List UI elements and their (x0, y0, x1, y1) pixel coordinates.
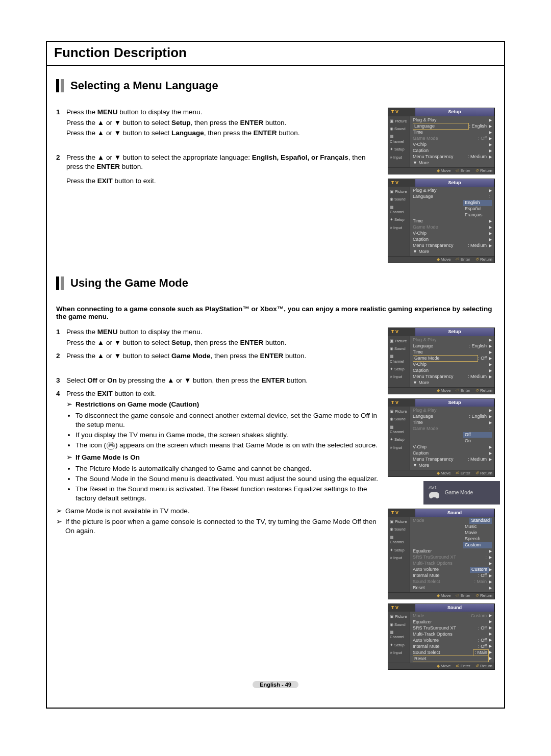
section-heading-1: Selecting a Menu Language (56, 79, 495, 92)
osd-sound-2: T VSound ▣ Picture◉ Sound▦ Channel✦ Setu… (388, 603, 495, 670)
section-1-text: 1 Press the MENU button to display the m… (56, 108, 379, 263)
pointer-icon: ➢ (66, 453, 76, 462)
list-item: To disconnect the game console and conne… (76, 411, 379, 430)
restrictions-head: ➢ Restrictions on Game mode (Caution) (66, 400, 379, 409)
step-number: 3 (56, 376, 66, 386)
note-2: ➢ If the picture is poor when a game con… (56, 517, 379, 536)
page-title: Function Description (54, 45, 497, 61)
page-footer: English - 49 (56, 681, 495, 688)
gamepad-icon (429, 491, 440, 499)
section-heading-2: Using the Game Mode (56, 276, 495, 290)
step-1-1: 1 Press the MENU button to display the m… (56, 108, 379, 139)
badge-av1: AV1 (429, 485, 440, 490)
section-1-columns: 1 Press the MENU button to display the m… (56, 108, 495, 263)
heading-bars-icon (56, 79, 65, 92)
osd-setup-4: T VSetup ▣ Picture◉ Sound▦ Channel✦ Setu… (388, 398, 495, 477)
ifon-head: ➢ If Game Mode is On (66, 453, 379, 462)
section-2-intro: When connecting to a game console such a… (56, 305, 495, 320)
step-1-2: 2 Press the ▲ or ▼ button to select the … (56, 153, 379, 187)
gamepad-icon: 🎮 (107, 442, 115, 450)
ifon-list: The Picture Mode is automatically change… (76, 464, 379, 503)
step-number: 2 (56, 153, 66, 187)
osd-setup-1: T VSetup ▣ Picture◉ Sound▦ Channel✦ Setu… (388, 108, 495, 174)
step-number: 2 (56, 351, 66, 362)
gamemode-badge: AV1 Game Mode (423, 481, 500, 505)
note-1: ➢ Game Mode is not available in TV mode. (56, 507, 379, 516)
content-area: Selecting a Menu Language 1 Press the ME… (47, 66, 504, 708)
pointer-icon: ➢ (56, 517, 65, 536)
step-2-3: 3 Select Off or On by pressing the ▲ or … (56, 376, 379, 386)
title-bar: Function Description (47, 42, 504, 66)
heading-bars-icon (56, 276, 65, 290)
osd-sound-1: T VSound ▣ Picture◉ Sound▦ Channel✦ Setu… (388, 509, 495, 599)
step-number: 1 (56, 327, 66, 348)
step-number: 1 (56, 108, 66, 139)
pointer-icon: ➢ (56, 507, 65, 516)
page-frame: Function Description Selecting a Menu La… (46, 41, 505, 709)
section-2-columns: 1 Press the MENU button to display the m… (56, 327, 495, 670)
osd-setup-2: T VSetup ▣ Picture◉ Sound▦ Channel✦ Setu… (388, 179, 495, 263)
restrictions-list: To disconnect the game console and conne… (76, 411, 379, 450)
step-2-2: 2 Press the ▲ or ▼ button to select Game… (56, 351, 379, 362)
badge-label: Game Mode (445, 490, 473, 495)
list-item: The Sound Mode in the Sound menu is deac… (76, 474, 379, 484)
section-1-title: Selecting a Menu Language (70, 79, 218, 92)
section-2-title: Using the Game Mode (70, 276, 188, 290)
section-1-osd-column: T VSetup ▣ Picture◉ Sound▦ Channel✦ Setu… (388, 108, 495, 263)
list-item: If you display the TV menu in Game mode,… (76, 431, 379, 440)
list-item: The Picture Mode is automatically change… (76, 464, 379, 473)
list-item: The Reset in the Sound menu is activated… (76, 485, 379, 503)
step-2-1: 1 Press the MENU button to display the m… (56, 327, 379, 348)
section-2-text: 1 Press the MENU button to display the m… (56, 327, 379, 670)
osd-setup-3: T VSetup ▣ Picture◉ Sound▦ Channel✦ Setu… (388, 327, 495, 394)
step-2-4: 4 Press the EXIT button to exit. ➢ Restr… (56, 389, 379, 537)
pointer-icon: ➢ (66, 400, 76, 409)
list-item: The icon (🎮) appears on the screen which… (76, 441, 379, 450)
gamemode-badge-wrap: AV1 Game Mode (388, 481, 495, 505)
page-number: English - 49 (253, 681, 298, 688)
section-2-osd-column: T VSetup ▣ Picture◉ Sound▦ Channel✦ Setu… (388, 327, 495, 670)
